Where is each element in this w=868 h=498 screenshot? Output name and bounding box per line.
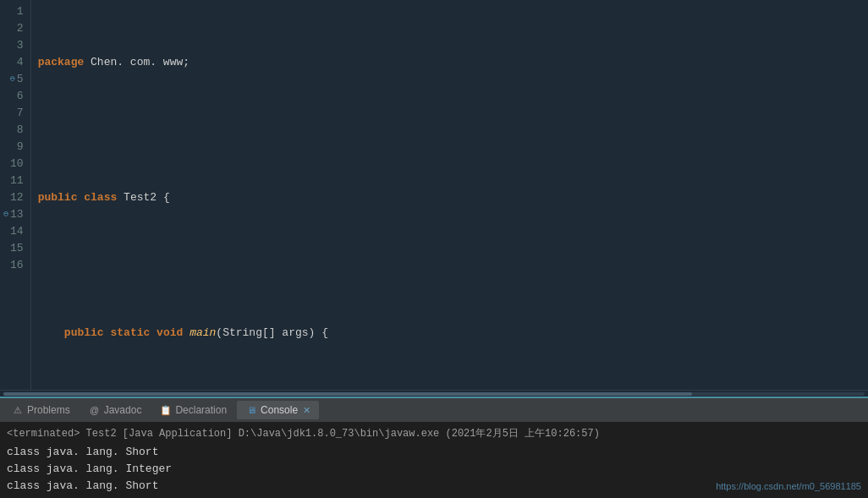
bottom-panel: ⚠ Problems @ Javadoc 📋 Declaration 🖥 Con… <box>0 397 868 498</box>
watermark: https://blog.csdn.net/m0_56981185 <box>716 478 861 495</box>
tab-console[interactable]: 🖥 Console ✕ <box>237 401 319 419</box>
console-output-2: class java. lang. Integer <box>7 461 861 478</box>
console-header: <terminated> Test2 [Java Application] D:… <box>7 425 861 442</box>
console-content: <terminated> Test2 [Java Application] D:… <box>0 422 868 498</box>
console-output-1: class java. lang. Short <box>7 444 861 461</box>
tab-problems-label: Problems <box>27 404 70 416</box>
code-content[interactable]: package Chen. com. www; public class Tes… <box>31 0 868 390</box>
tab-problems[interactable]: ⚠ Problems <box>3 401 79 419</box>
tab-declaration[interactable]: 📋 Declaration <box>151 401 235 419</box>
line-num-5: ⊖5 <box>3 71 24 88</box>
tab-declaration-label: Declaration <box>175 404 227 416</box>
line-num-15: 15 <box>3 240 24 257</box>
line-num-12: 12 <box>3 189 24 206</box>
code-container: 1 2 3 4 ⊖5 6 7 8 9 10 11 12 ⊖13 14 15 16… <box>0 0 868 390</box>
line-num-2: 2 <box>3 20 24 37</box>
code-line-2 <box>38 122 861 139</box>
problems-icon: ⚠ <box>12 404 24 416</box>
line-num-3: 3 <box>3 37 24 54</box>
code-line-1: package Chen. com. www; <box>38 54 861 71</box>
code-line-4 <box>38 257 861 274</box>
line-num-11: 11 <box>3 172 24 189</box>
tab-javadoc[interactable]: @ Javadoc <box>80 401 151 419</box>
horizontal-scrollbar[interactable] <box>0 390 868 397</box>
line-numbers: 1 2 3 4 ⊖5 6 7 8 9 10 11 12 ⊖13 14 15 16 <box>0 0 31 390</box>
line-num-6: 6 <box>3 88 24 105</box>
line-num-1: 1 <box>3 3 24 20</box>
scrollbar-track <box>3 392 865 396</box>
console-icon: 🖥 <box>245 404 257 416</box>
line-num-4: 4 <box>3 54 24 71</box>
line-num-9: 9 <box>3 139 24 156</box>
line-num-16: 16 <box>3 257 24 274</box>
console-close-x: ✕ <box>303 405 310 416</box>
line-num-10: 10 <box>3 156 24 172</box>
scrollbar-thumb <box>3 392 692 396</box>
line-num-7: 7 <box>3 105 24 122</box>
code-line-3: public class Test2 { <box>38 189 861 206</box>
tab-javadoc-label: Javadoc <box>104 404 142 416</box>
declaration-icon: 📋 <box>160 404 172 416</box>
line-num-13: ⊖13 <box>3 206 24 223</box>
tab-console-label: Console <box>261 404 298 416</box>
tab-bar: ⚠ Problems @ Javadoc 📋 Declaration 🖥 Con… <box>0 398 868 422</box>
code-line-5: public static void main(String[] args) { <box>38 325 861 342</box>
line-num-14: 14 <box>3 223 24 240</box>
line-num-8: 8 <box>3 122 24 139</box>
javadoc-icon: @ <box>89 404 101 416</box>
editor-area: 1 2 3 4 ⊖5 6 7 8 9 10 11 12 ⊖13 14 15 16… <box>0 0 868 397</box>
